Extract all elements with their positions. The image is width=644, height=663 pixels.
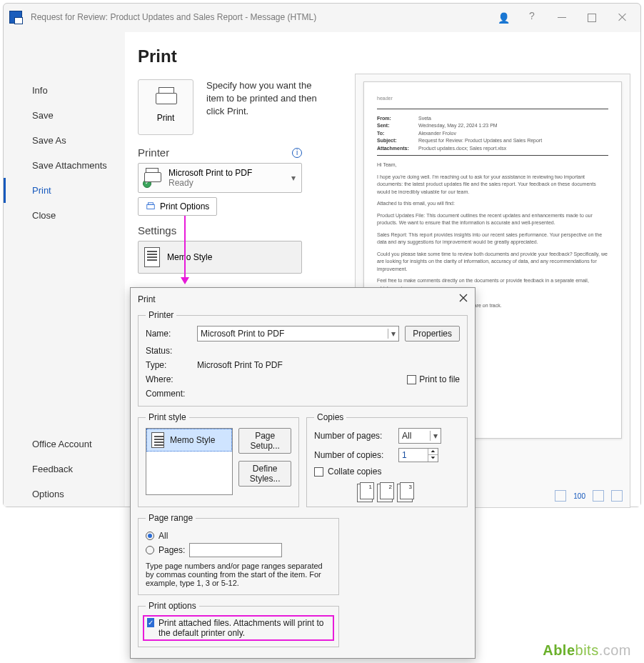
style-item-label: Memo Style [170,435,215,445]
outlook-app-icon [9,11,22,24]
preview-meta: From:Sveta Sent:Wednesday, May 22, 2024 … [377,115,608,153]
chevron-down-icon: ▾ [291,173,296,183]
type-label: Type: [146,360,191,370]
name-label: Name: [146,329,191,339]
highlight-annotation: Print attached files. Attachments will p… [143,615,334,641]
close-dialog-icon[interactable] [459,294,468,304]
page-range-fieldset: Page range All Pages: Type page numbers … [138,513,339,595]
page-setup-button[interactable]: Page Setup... [238,428,291,454]
window-controls: 👤 [498,12,635,22]
print-options-fieldset: Print options Print attached files. Atta… [138,601,339,647]
help-icon[interactable] [528,12,538,22]
zoom-page-icon[interactable] [555,490,566,502]
printer-fieldset: Printer Name: Microsoft Print to PDF ▾ P… [138,310,468,407]
print-dialog: Print Printer Name: Microsoft Print to P… [130,287,476,659]
sidebar-item-save-attachments[interactable]: Save Attachments [4,153,125,178]
collate-label: Collate copies [328,467,381,477]
preview-header: header [377,95,608,103]
num-pages-value: All [402,431,411,441]
svg-rect-0 [147,204,155,209]
memo-style-icon [144,247,160,267]
properties-button[interactable]: Properties [405,326,460,342]
style-dropdown[interactable]: Memo Style [138,241,302,274]
preview-tools: 100 [555,490,623,502]
memo-style-icon [151,432,164,448]
define-styles-button[interactable]: Define Styles... [238,461,291,487]
close-window-icon[interactable] [618,12,628,22]
zoom-value: 100 [573,492,585,500]
print-style-list[interactable]: Memo Style [146,428,233,495]
page-range-hint: Type page numbers and/or page ranges sep… [146,562,331,587]
print-options-legend: Print options [146,601,199,611]
num-copies-input[interactable]: 1 ⏶⏷ [398,448,438,462]
printer-status-icon [144,171,163,185]
print-attached-label: Print attached files. Attachments will p… [159,618,330,638]
sidebar-item-options[interactable]: Options [4,482,125,507]
printer-name: Microsoft Print to PDF [168,168,252,178]
print-description: Specify how you want the item to be prin… [206,79,328,135]
num-copies-label: Number of copies: [314,450,394,460]
sidebar-item-close[interactable]: Close [4,203,125,228]
print-style-legend: Print style [146,412,189,422]
print-to-file-checkbox[interactable] [407,375,416,384]
sidebar-item-office-account[interactable]: Office Account [4,432,125,457]
radio-all[interactable] [146,532,154,540]
print-options-button[interactable]: Print Options [138,197,217,216]
printer-icon [156,91,176,109]
pages-input[interactable] [189,543,282,557]
style-item-memo[interactable]: Memo Style [146,429,232,452]
dialog-footer: Print Preview Cancel [131,659,475,663]
actual-size-icon[interactable] [593,490,604,502]
svg-rect-1 [149,203,154,205]
window-title: Request for Review: Product Updates and … [31,12,316,22]
spin-buttons[interactable]: ⏶⏷ [428,449,438,462]
copies-legend: Copies [314,412,346,422]
printer-dropdown[interactable]: Microsoft Print to PDF Ready ▾ [138,163,302,193]
sidebar-item-print[interactable]: Print [4,178,125,203]
chevron-down-icon: ▾ [388,329,396,339]
minimize-icon[interactable] [558,12,568,22]
collate-illustration: 1 2 3 [314,482,460,499]
printer-name-select[interactable]: Microsoft Print to PDF ▾ [197,326,399,342]
account-icon[interactable]: 👤 [498,12,508,22]
print-options-label: Print Options [160,201,209,211]
maximize-icon[interactable] [588,12,598,22]
print-options-icon [146,201,156,211]
print-to-file-label: Print to file [419,374,460,384]
sidebar-item-save[interactable]: Save [4,103,125,128]
multi-page-icon[interactable] [611,490,623,502]
radio-pages-label: Pages: [159,545,185,555]
print-button-label: Print [157,113,175,123]
sidebar-item-feedback[interactable]: Feedback [4,457,125,482]
printer-status: Ready [168,178,252,188]
sidebar-item-save-as[interactable]: Save As [4,128,125,153]
num-pages-select[interactable]: All ▾ [398,428,441,444]
dialog-title: Print [138,294,156,304]
where-label: Where: [146,374,191,384]
printer-name-value: Microsoft Print to PDF [201,329,284,339]
annotation-arrow [184,216,186,283]
backstage-sidebar: Info Save Save As Save Attachments Print… [4,32,125,507]
print-button[interactable]: Print [138,79,193,135]
sidebar-item-info[interactable]: Info [4,78,125,103]
settings-section-label: Settings [138,224,302,236]
print-style-fieldset: Print style Memo Style Page Setup... Def… [138,412,299,507]
type-value: Microsoft Print To PDF [197,360,399,370]
radio-pages[interactable] [146,546,154,554]
page-range-legend: Page range [146,513,196,523]
copies-fieldset: Copies Number of pages: All ▾ Number of … [306,412,468,507]
print-attached-checkbox[interactable] [147,618,154,627]
num-copies-value: 1 [399,450,428,460]
collate-checkbox[interactable] [314,467,323,477]
num-pages-label: Number of pages: [314,431,394,441]
page-title: Print [138,46,628,66]
style-name: Memo Style [167,252,212,262]
ablebits-watermark: Ablebits.com [543,642,631,659]
info-icon[interactable]: i [292,148,302,158]
titlebar: Request for Review: Product Updates and … [4,4,640,31]
printer-legend: Printer [146,310,176,320]
status-label: Status: [146,346,191,356]
comment-label: Comment: [146,389,191,399]
radio-all-label: All [159,531,168,541]
printer-section-label: Printer i [138,146,302,159]
